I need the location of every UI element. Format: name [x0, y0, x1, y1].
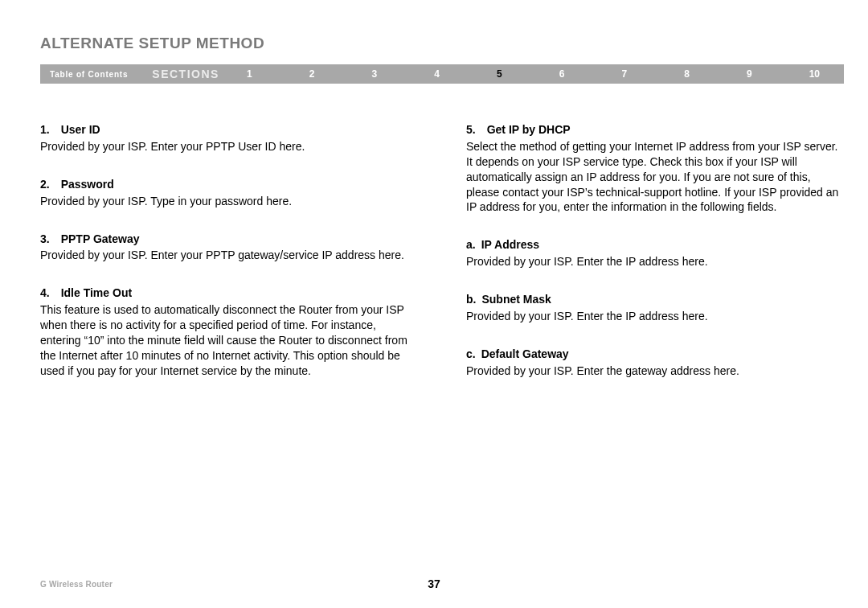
section-link-1[interactable]: 1 — [247, 68, 252, 80]
heading-user-id: 1. User ID — [40, 122, 418, 138]
section-link-2[interactable]: 2 — [309, 68, 315, 80]
section-link-9[interactable]: 9 — [747, 68, 752, 80]
footer-page-number: 37 — [0, 577, 868, 590]
heading-ip-address: a. IP Address — [466, 237, 844, 253]
heading-pptp-gateway: 3. PPTP Gateway — [40, 232, 418, 247]
section-link-6[interactable]: 6 — [559, 68, 565, 80]
content-columns: 1. User ID Provided by your ISP. Enter y… — [40, 122, 844, 544]
left-column: 1. User ID Provided by your ISP. Enter y… — [40, 122, 418, 544]
section-numbers: 1 2 3 4 5 6 7 8 9 10 — [247, 68, 844, 80]
text-default-gateway: Provided by your ISP. Enter the gateway … — [466, 364, 844, 379]
section-link-5[interactable]: 5 — [497, 68, 502, 80]
heading-password: 2. Password — [40, 177, 418, 192]
sections-label: SECTIONS — [152, 68, 247, 80]
toc-link[interactable]: Table of Contents — [40, 70, 152, 79]
page-title: ALTERNATE SETUP METHOD — [40, 35, 264, 52]
section-link-3[interactable]: 3 — [371, 68, 377, 80]
heading-get-ip-dhcp: 5. Get IP by DHCP — [466, 122, 844, 138]
section-link-8[interactable]: 8 — [684, 68, 690, 80]
text-idle-timeout: This feature is used to automatically di… — [40, 302, 418, 378]
text-get-ip-dhcp: Select the method of getting your Intern… — [466, 139, 844, 215]
section-link-7[interactable]: 7 — [621, 68, 627, 80]
heading-subnet-mask: b. Subnet Mask — [466, 292, 844, 307]
text-ip-address: Provided by your ISP. Enter the IP addre… — [466, 254, 844, 269]
heading-default-gateway: c. Default Gateway — [466, 347, 844, 362]
text-user-id: Provided by your ISP. Enter your PPTP Us… — [40, 139, 418, 154]
section-link-10[interactable]: 10 — [809, 68, 820, 80]
text-password: Provided by your ISP. Type in your passw… — [40, 194, 418, 209]
navbar: Table of Contents SECTIONS 1 2 3 4 5 6 7… — [40, 64, 844, 84]
section-link-4[interactable]: 4 — [434, 68, 440, 80]
right-column: 5. Get IP by DHCP Select the method of g… — [466, 122, 844, 544]
text-pptp-gateway: Provided by your ISP. Enter your PPTP ga… — [40, 248, 418, 263]
text-subnet-mask: Provided by your ISP. Enter the IP addre… — [466, 309, 844, 324]
heading-idle-timeout: 4. Idle Time Out — [40, 286, 418, 301]
